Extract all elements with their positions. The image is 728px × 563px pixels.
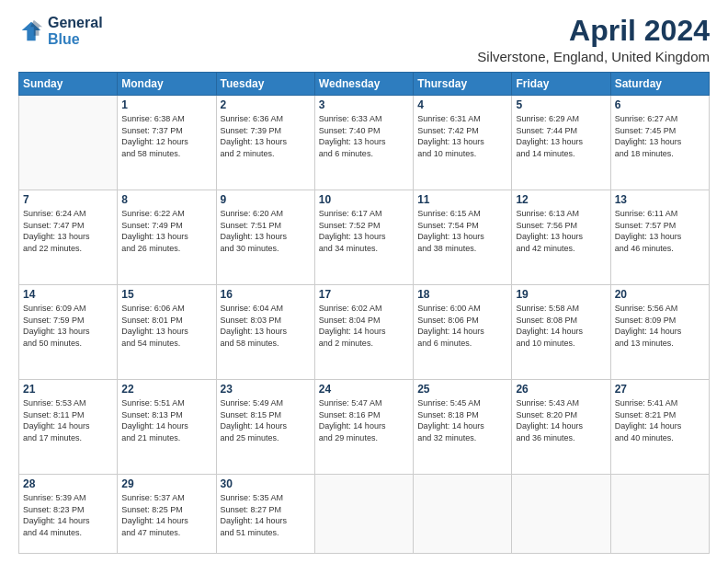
day-number: 25 (417, 383, 507, 396)
day-number: 29 (121, 477, 211, 490)
day-number: 8 (121, 193, 211, 206)
calendar-cell: 1Sunrise: 6:38 AM Sunset: 7:37 PM Daylig… (118, 96, 216, 190)
calendar-cell: 3Sunrise: 6:33 AM Sunset: 7:40 PM Daylig… (314, 96, 413, 190)
logo-icon (18, 18, 44, 44)
day-number: 17 (319, 288, 409, 301)
column-header-thursday: Thursday (414, 73, 512, 96)
day-info: Sunrise: 5:51 AM Sunset: 8:13 PM Dayligh… (121, 397, 211, 443)
calendar-header: SundayMondayTuesdayWednesdayThursdayFrid… (19, 73, 710, 96)
calendar-cell: 28Sunrise: 5:39 AM Sunset: 8:23 PM Dayli… (19, 475, 118, 554)
day-info: Sunrise: 5:39 AM Sunset: 8:23 PM Dayligh… (23, 492, 113, 538)
day-number: 3 (319, 98, 409, 111)
logo: General Blue (18, 15, 103, 49)
day-number: 9 (221, 193, 311, 206)
day-info: Sunrise: 5:53 AM Sunset: 8:11 PM Dayligh… (23, 397, 113, 443)
calendar-cell (512, 475, 610, 554)
column-header-wednesday: Wednesday (314, 73, 413, 96)
day-number: 1 (121, 98, 211, 111)
day-info: Sunrise: 6:02 AM Sunset: 8:04 PM Dayligh… (319, 303, 409, 349)
calendar-cell: 25Sunrise: 5:45 AM Sunset: 8:18 PM Dayli… (414, 380, 512, 475)
day-number: 5 (516, 98, 606, 111)
column-header-sunday: Sunday (19, 73, 118, 96)
column-header-tuesday: Tuesday (216, 73, 314, 96)
day-number: 15 (121, 288, 211, 301)
day-info: Sunrise: 6:04 AM Sunset: 8:03 PM Dayligh… (221, 303, 311, 349)
day-info: Sunrise: 6:22 AM Sunset: 7:49 PM Dayligh… (121, 208, 211, 254)
day-number: 20 (615, 288, 705, 301)
calendar-cell: 29Sunrise: 5:37 AM Sunset: 8:25 PM Dayli… (118, 475, 216, 554)
day-info: Sunrise: 6:24 AM Sunset: 7:47 PM Dayligh… (23, 208, 113, 254)
calendar-cell: 9Sunrise: 6:20 AM Sunset: 7:51 PM Daylig… (216, 190, 314, 285)
day-info: Sunrise: 6:00 AM Sunset: 8:06 PM Dayligh… (417, 303, 507, 349)
calendar-cell: 21Sunrise: 5:53 AM Sunset: 8:11 PM Dayli… (19, 380, 118, 475)
day-info: Sunrise: 5:47 AM Sunset: 8:16 PM Dayligh… (319, 397, 409, 443)
header: General Blue April 2024 Silverstone, Eng… (18, 15, 710, 64)
calendar-cell: 2Sunrise: 6:36 AM Sunset: 7:39 PM Daylig… (216, 96, 314, 190)
day-info: Sunrise: 5:45 AM Sunset: 8:18 PM Dayligh… (417, 397, 507, 443)
calendar-cell: 6Sunrise: 6:27 AM Sunset: 7:45 PM Daylig… (610, 96, 709, 190)
day-number: 22 (121, 383, 211, 396)
calendar-cell: 30Sunrise: 5:35 AM Sunset: 8:27 PM Dayli… (216, 475, 314, 554)
week-row-5: 28Sunrise: 5:39 AM Sunset: 8:23 PM Dayli… (19, 475, 710, 554)
calendar-cell: 12Sunrise: 6:13 AM Sunset: 7:56 PM Dayli… (512, 190, 610, 285)
day-info: Sunrise: 6:20 AM Sunset: 7:51 PM Dayligh… (221, 208, 311, 254)
calendar-cell (610, 475, 709, 554)
day-number: 18 (417, 288, 507, 301)
calendar-cell: 7Sunrise: 6:24 AM Sunset: 7:47 PM Daylig… (19, 190, 118, 285)
day-info: Sunrise: 6:36 AM Sunset: 7:39 PM Dayligh… (221, 113, 311, 159)
calendar-cell: 27Sunrise: 5:41 AM Sunset: 8:21 PM Dayli… (610, 380, 709, 475)
calendar-cell (314, 475, 413, 554)
day-number: 13 (615, 193, 705, 206)
column-header-friday: Friday (512, 73, 610, 96)
calendar-cell: 4Sunrise: 6:31 AM Sunset: 7:42 PM Daylig… (414, 96, 512, 190)
day-info: Sunrise: 6:29 AM Sunset: 7:44 PM Dayligh… (516, 113, 606, 159)
page: General Blue April 2024 Silverstone, Eng… (0, 0, 728, 563)
calendar-cell: 10Sunrise: 6:17 AM Sunset: 7:52 PM Dayli… (314, 190, 413, 285)
day-info: Sunrise: 6:27 AM Sunset: 7:45 PM Dayligh… (615, 113, 705, 159)
calendar-cell: 8Sunrise: 6:22 AM Sunset: 7:49 PM Daylig… (118, 190, 216, 285)
day-number: 28 (23, 477, 113, 490)
calendar-cell: 18Sunrise: 6:00 AM Sunset: 8:06 PM Dayli… (414, 285, 512, 380)
calendar-cell: 13Sunrise: 6:11 AM Sunset: 7:57 PM Dayli… (610, 190, 709, 285)
subtitle: Silverstone, England, United Kingdom (477, 49, 710, 64)
day-info: Sunrise: 5:58 AM Sunset: 8:08 PM Dayligh… (516, 303, 606, 349)
column-header-monday: Monday (118, 73, 216, 96)
day-info: Sunrise: 5:41 AM Sunset: 8:21 PM Dayligh… (615, 397, 705, 443)
calendar-cell (414, 475, 512, 554)
day-info: Sunrise: 6:17 AM Sunset: 7:52 PM Dayligh… (319, 208, 409, 254)
calendar-cell: 15Sunrise: 6:06 AM Sunset: 8:01 PM Dayli… (118, 285, 216, 380)
day-info: Sunrise: 5:43 AM Sunset: 8:20 PM Dayligh… (516, 397, 606, 443)
calendar-cell: 5Sunrise: 6:29 AM Sunset: 7:44 PM Daylig… (512, 96, 610, 190)
week-row-2: 7Sunrise: 6:24 AM Sunset: 7:47 PM Daylig… (19, 190, 710, 285)
day-number: 16 (221, 288, 311, 301)
day-info: Sunrise: 5:49 AM Sunset: 8:15 PM Dayligh… (221, 397, 311, 443)
week-row-3: 14Sunrise: 6:09 AM Sunset: 7:59 PM Dayli… (19, 285, 710, 380)
calendar-cell: 16Sunrise: 6:04 AM Sunset: 8:03 PM Dayli… (216, 285, 314, 380)
calendar-cell: 11Sunrise: 6:15 AM Sunset: 7:54 PM Dayli… (414, 190, 512, 285)
day-info: Sunrise: 6:09 AM Sunset: 7:59 PM Dayligh… (23, 303, 113, 349)
day-info: Sunrise: 6:11 AM Sunset: 7:57 PM Dayligh… (615, 208, 705, 254)
day-number: 21 (23, 383, 113, 396)
day-number: 4 (417, 98, 507, 111)
day-number: 2 (221, 98, 311, 111)
week-row-1: 1Sunrise: 6:38 AM Sunset: 7:37 PM Daylig… (19, 96, 710, 190)
calendar-cell: 17Sunrise: 6:02 AM Sunset: 8:04 PM Dayli… (314, 285, 413, 380)
day-number: 19 (516, 288, 606, 301)
calendar-cell: 19Sunrise: 5:58 AM Sunset: 8:08 PM Dayli… (512, 285, 610, 380)
column-header-saturday: Saturday (610, 73, 709, 96)
title-block: April 2024 Silverstone, England, United … (477, 15, 710, 64)
day-info: Sunrise: 6:38 AM Sunset: 7:37 PM Dayligh… (121, 113, 211, 159)
calendar-body: 1Sunrise: 6:38 AM Sunset: 7:37 PM Daylig… (19, 96, 710, 554)
day-info: Sunrise: 5:37 AM Sunset: 8:25 PM Dayligh… (121, 492, 211, 538)
day-info: Sunrise: 6:31 AM Sunset: 7:42 PM Dayligh… (417, 113, 507, 159)
day-info: Sunrise: 6:33 AM Sunset: 7:40 PM Dayligh… (319, 113, 409, 159)
day-info: Sunrise: 5:35 AM Sunset: 8:27 PM Dayligh… (221, 492, 311, 538)
calendar-cell: 22Sunrise: 5:51 AM Sunset: 8:13 PM Dayli… (118, 380, 216, 475)
calendar-cell: 14Sunrise: 6:09 AM Sunset: 7:59 PM Dayli… (19, 285, 118, 380)
day-info: Sunrise: 6:06 AM Sunset: 8:01 PM Dayligh… (121, 303, 211, 349)
calendar-table: SundayMondayTuesdayWednesdayThursdayFrid… (18, 72, 710, 554)
calendar-cell: 24Sunrise: 5:47 AM Sunset: 8:16 PM Dayli… (314, 380, 413, 475)
day-number: 10 (319, 193, 409, 206)
day-number: 24 (319, 383, 409, 396)
calendar-cell (19, 96, 118, 190)
